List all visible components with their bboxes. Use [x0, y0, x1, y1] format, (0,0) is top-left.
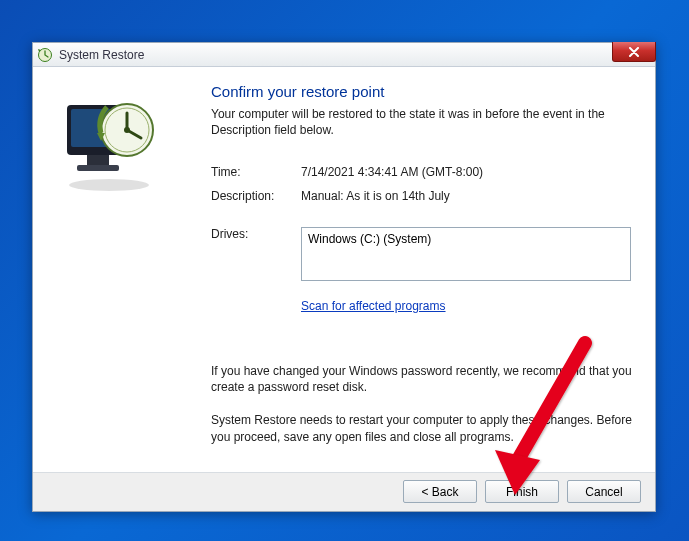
description-row: Description: Manual: As it is on 14th Ju… — [211, 189, 633, 203]
svg-rect-5 — [77, 165, 119, 171]
close-icon — [628, 47, 640, 57]
sidebar — [33, 67, 211, 472]
page-heading: Confirm your restore point — [211, 83, 633, 100]
titlebar: System Restore — [33, 43, 655, 67]
description-value: Manual: As it is on 14th July — [301, 189, 633, 203]
scan-affected-link[interactable]: Scan for affected programs — [301, 299, 633, 313]
time-row: Time: 7/14/2021 4:34:41 AM (GMT-8:00) — [211, 165, 633, 179]
svg-rect-4 — [87, 155, 109, 165]
content-area: Confirm your restore point Your computer… — [211, 67, 655, 472]
description-label: Description: — [211, 189, 301, 203]
password-note: If you have changed your Windows passwor… — [211, 363, 633, 397]
restore-hero-icon — [47, 85, 167, 195]
cancel-button[interactable]: Cancel — [567, 480, 641, 503]
close-button[interactable] — [612, 42, 656, 62]
time-value: 7/14/2021 4:34:41 AM (GMT-8:00) — [301, 165, 633, 179]
drives-list: Windows (C:) (System) — [301, 227, 631, 281]
back-button[interactable]: < Back — [403, 480, 477, 503]
window-title: System Restore — [59, 48, 144, 62]
dialog-body: Confirm your restore point Your computer… — [33, 67, 655, 472]
system-restore-icon — [37, 47, 53, 63]
time-label: Time: — [211, 165, 301, 179]
drives-row: Drives: Windows (C:) (System) — [211, 227, 633, 281]
intro-text: Your computer will be restored to the st… — [211, 106, 633, 138]
finish-button[interactable]: Finish — [485, 480, 559, 503]
restart-note: System Restore needs to restart your com… — [211, 412, 633, 446]
button-bar: < Back Finish Cancel — [33, 472, 655, 511]
system-restore-window: System Restore Confirm yo — [32, 42, 656, 512]
svg-point-8 — [124, 127, 130, 133]
svg-point-1 — [69, 179, 149, 191]
drives-label: Drives: — [211, 227, 301, 241]
